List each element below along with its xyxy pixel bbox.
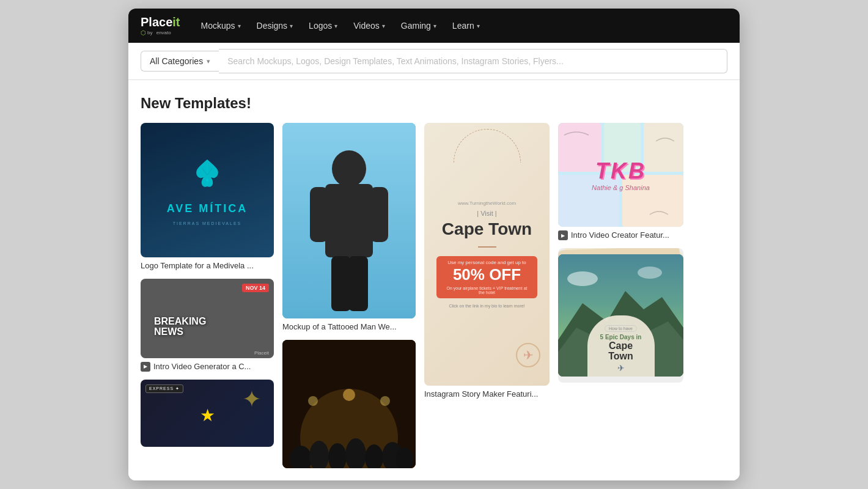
chevron-down-icon: ▾ (334, 23, 337, 29)
story-num-label: 5 Epic Days in (592, 334, 650, 340)
card-tkb-video[interactable]: TKB Nathie & g Shanina ▶ Intro Video Cre… (558, 123, 683, 241)
news-placeit-label: Placeit (254, 350, 269, 356)
chevron-down-icon: ▾ (382, 23, 385, 29)
play-badge-tkb: ▶ (558, 230, 568, 240)
capetown-stamp-icon: ✈ (516, 343, 540, 367)
card-title-logo: Logo Template for a Medivela ... (141, 261, 274, 271)
column-4: TKB Nathie & g Shanina ▶ Intro Video Cre… (558, 123, 683, 468)
svg-rect-7 (348, 256, 368, 311)
svg-point-18 (343, 389, 355, 401)
card-label-tkb: ▶ Intro Video Creator Featur... (558, 230, 683, 241)
card-title-capetown: Instagram Story Maker Featuri... (424, 389, 550, 400)
star-burst: ★ (200, 405, 215, 425)
svg-point-30 (638, 267, 662, 279)
tkb-sub-text: Nathie & g Shanina (592, 184, 650, 191)
logo-text: Placeit (141, 16, 180, 28)
browser-window: Placeit ⬡ by envato Mockups ▾ Designs ▾ … (128, 9, 740, 480)
capetown-arch (454, 129, 521, 163)
card-logo-medieval[interactable]: AVE MÍTICA TIERRAS MEDIEVALES Logo Templ… (141, 123, 274, 271)
svg-point-0 (206, 179, 208, 182)
nav-item-designs[interactable]: Designs ▾ (251, 16, 300, 35)
chevron-down-icon: ▾ (207, 57, 210, 65)
express-badge: EXPRESS ✦ (145, 384, 183, 393)
svg-point-29 (567, 271, 598, 286)
category-dropdown[interactable]: All Categories ▾ (141, 51, 219, 72)
card-capetown-story[interactable]: www.TurningtheWorld.com | Visit | Cape T… (424, 123, 550, 400)
card-title-tkb: Intro Video Creator Featur... (571, 230, 669, 241)
nav-item-videos[interactable]: Videos ▾ (347, 16, 391, 35)
story-city-label: CapeTown (592, 340, 650, 362)
card-express[interactable]: EXPRESS ✦ ★ ✦ (141, 380, 274, 447)
svg-point-19 (380, 396, 390, 406)
card-logo-dark-bg: AVE MÍTICA TIERRAS MEDIEVALES (141, 123, 274, 257)
card-tkb-bg: TKB Nathie & g Shanina (558, 123, 683, 227)
column-2: UPLOADYOUR IMAGE (282, 123, 416, 468)
fireworks-icon: ✦ (242, 386, 262, 413)
card-crowd-bg (282, 340, 416, 468)
news-date-badge: NOV 14 (242, 284, 269, 292)
play-badge: ▶ (141, 362, 150, 372)
svg-rect-4 (310, 187, 328, 242)
search-input[interactable]: Search Mockups, Logos, Design Templates,… (219, 49, 727, 73)
capetown-detail: On your airplane tickets + VIP treatment… (444, 286, 530, 295)
svg-rect-6 (331, 256, 351, 311)
card-man-mockup[interactable]: UPLOADYOUR IMAGE (282, 123, 416, 333)
card-capetown-guide[interactable]: How to have 5 Epic Days in CapeTown ✈ (558, 248, 683, 383)
capetown-city-title: Cape Town (442, 219, 532, 239)
card-capetown-guide-bg: How to have 5 Epic Days in CapeTown ✈ (558, 248, 683, 383)
phoenix-icon (189, 155, 226, 196)
card-title-man: Mockup of a Tattooed Man We... (282, 322, 416, 333)
capetown-divider (478, 246, 496, 248)
tkb-main-text: TKB (592, 158, 650, 184)
chevron-down-icon: ▾ (477, 23, 480, 29)
capetown-click: Click on the link in my bio to learn mor… (449, 304, 524, 308)
search-bar: All Categories ▾ Search Mockups, Logos, … (128, 43, 740, 80)
nav-item-mockups[interactable]: Mockups ▾ (194, 16, 246, 35)
chevron-down-icon: ▾ (433, 23, 436, 29)
card-news-bg: NOV 14 BREAKINGNEWS Placeit (141, 279, 274, 358)
capetown-50: 50% OFF (444, 265, 530, 284)
capetown-use-code: Use my personal code and get up to (444, 260, 530, 265)
story-how-to-label: How to have (605, 325, 637, 332)
play-icon-tkb: ▶ (558, 230, 568, 240)
section-title: New Templates! (141, 95, 727, 112)
chevron-down-icon: ▾ (238, 23, 241, 29)
column-1: AVE MÍTICA TIERRAS MEDIEVALES Logo Templ… (141, 123, 274, 468)
nav-item-learn[interactable]: Learn ▾ (446, 16, 486, 35)
logo-area[interactable]: Placeit ⬡ by envato (141, 16, 180, 36)
content-area: New Templates! (128, 80, 740, 480)
svg-point-17 (308, 396, 318, 406)
card-capetown-bg: www.TurningtheWorld.com | Visit | Cape T… (424, 123, 550, 386)
nav-bar: Placeit ⬡ by envato Mockups ▾ Designs ▾ … (128, 9, 740, 43)
capetown-visit: | Visit | (477, 210, 496, 217)
nav-item-logos[interactable]: Logos ▾ (303, 16, 344, 35)
card-crowd[interactable] (282, 340, 416, 468)
column-3: www.TurningtheWorld.com | Visit | Cape T… (424, 123, 550, 468)
svg-rect-3 (325, 184, 373, 257)
svg-point-2 (332, 150, 366, 187)
play-icon: ▶ (141, 362, 150, 372)
capetown-offer-box: Use my personal code and get up to 50% O… (436, 256, 537, 298)
card-man-mockup-bg: UPLOADYOUR IMAGE (282, 123, 416, 318)
nav-item-gaming[interactable]: Gaming ▾ (395, 16, 443, 35)
card-title-news: Intro Video Generator a C... (153, 362, 251, 372)
logo-brand-sub: TIERRAS MEDIEVALES (173, 221, 242, 226)
svg-rect-5 (370, 187, 388, 242)
templates-grid: AVE MÍTICA TIERRAS MEDIEVALES Logo Templ… (141, 123, 727, 468)
logo-brand-name: AVE MÍTICA (167, 202, 248, 215)
logo-sub: ⬡ by envato (141, 29, 180, 36)
chevron-down-icon: ▾ (290, 23, 293, 29)
card-express-bg: EXPRESS ✦ ★ ✦ (141, 380, 274, 447)
capetown-site: www.TurningtheWorld.com (458, 200, 516, 206)
card-news-video[interactable]: NOV 14 BREAKINGNEWS Placeit ▶ Intro Vi (141, 279, 274, 372)
card-label-news: ▶ Intro Video Generator a C... (141, 362, 274, 372)
breaking-news-text: BREAKINGNEWS (154, 316, 206, 337)
